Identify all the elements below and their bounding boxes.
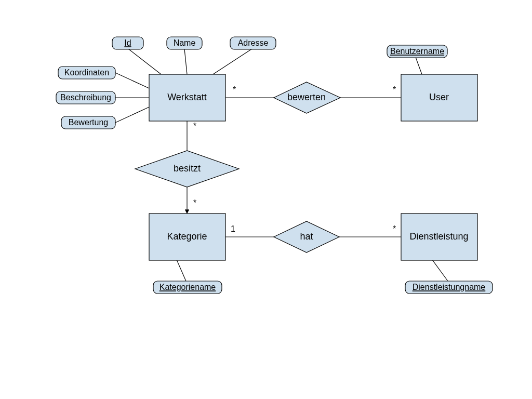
attr-id-label: Id (124, 38, 131, 47)
rel-bewerten-label: bewerten (287, 92, 326, 102)
edge-kategoriename-kategorie (177, 260, 186, 281)
rel-besitzt-label: besitzt (174, 163, 201, 174)
edge-bewertung-werkstatt (115, 107, 149, 123)
edge-benutzername-user (416, 57, 422, 74)
er-diagram: * * * * 1 * Werkstatt User Kategorie Die… (0, 0, 532, 399)
card-kategorie-besitzt: * (193, 198, 196, 207)
entity-kategorie-label: Kategorie (167, 231, 207, 242)
attr-koordinaten-label: Koordinaten (64, 68, 109, 77)
attr-benutzername-label: Benutzername (390, 47, 444, 56)
attr-bewertung-label: Bewertung (69, 118, 109, 127)
attr-kategoriename-label: Kategoriename (159, 283, 216, 291)
card-dienstleistung-hat: * (393, 224, 396, 233)
edge-name-werkstatt (184, 49, 187, 74)
edge-adresse-werkstatt (213, 49, 252, 74)
edge-koordinaten-werkstatt (115, 73, 149, 88)
entity-user-label: User (429, 92, 449, 102)
entity-dienstleistung-label: Dienstleistung (409, 231, 468, 242)
card-werkstatt-besitzt: * (193, 122, 196, 130)
rel-hat-label: hat (300, 231, 313, 242)
entity-werkstatt-label: Werkstatt (167, 92, 207, 102)
attr-beschreibung-label: Beschreibung (60, 93, 111, 102)
edge-dienstleistungname-dienstleistung (432, 260, 448, 281)
card-user-bewerten: * (393, 85, 396, 94)
attr-name-label: Name (174, 38, 196, 47)
attr-dienstleistungname-label: Dienstleistungname (413, 283, 486, 291)
card-werkstatt-bewerten: * (233, 85, 236, 94)
edge-id-werkstatt (128, 49, 161, 74)
attr-adresse-label: Adresse (238, 38, 269, 47)
card-kategorie-hat: 1 (231, 224, 235, 233)
